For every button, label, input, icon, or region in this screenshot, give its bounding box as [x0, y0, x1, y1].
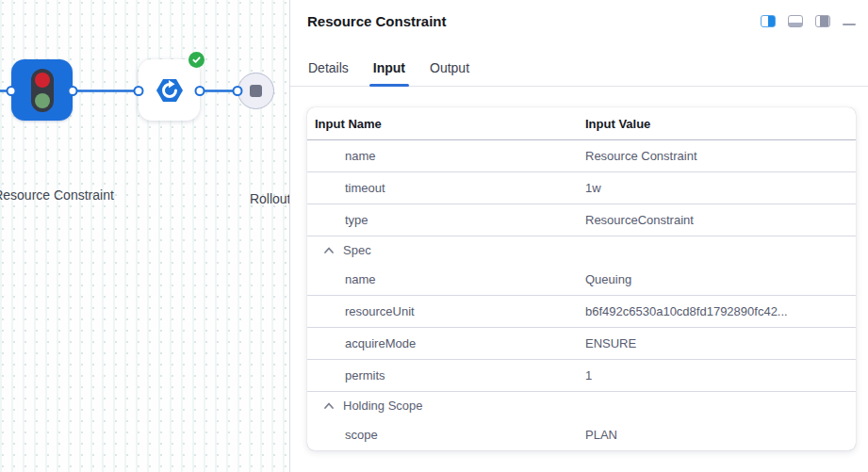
row-value: 1: [585, 368, 856, 382]
table-row: nameResource Constraint: [307, 140, 856, 172]
input-table-header: Input Name Input Value: [307, 107, 856, 140]
row-value: ENSURE: [585, 336, 856, 350]
row-label: name: [307, 149, 376, 163]
row-label: resourceUnit: [307, 304, 415, 318]
panel-header: Resource Constraint: [290, 0, 868, 30]
row-value: b6f492c6530a10cd8fd1792890fc42...: [585, 304, 856, 318]
window-controls: [761, 13, 856, 27]
section-row: Spec: [307, 236, 856, 264]
traffic-light-red: [35, 73, 50, 88]
tab-bar: Details Input Output: [290, 60, 868, 87]
tab-input[interactable]: Input: [373, 60, 405, 86]
panel-title: Resource Constraint: [307, 13, 447, 30]
row-label: name: [307, 272, 376, 286]
row-label: Holding Scope: [343, 399, 423, 413]
row-value: PLAN: [585, 428, 856, 442]
row-label: timeout: [307, 181, 385, 195]
tab-details[interactable]: Details: [308, 60, 349, 86]
right-panel-layout-icon[interactable]: [815, 15, 830, 27]
node-end[interactable]: [237, 73, 274, 109]
chevron-up-icon[interactable]: [323, 400, 335, 412]
table-row: resourceUnitb6f492c6530a10cd8fd1792890fc…: [307, 296, 856, 328]
workflow-canvas[interactable]: Resource Constraint Rollout Deployment: [0, 0, 289, 472]
column-header-input-name: Input Name: [307, 117, 585, 131]
row-label: type: [307, 213, 368, 227]
tab-output[interactable]: Output: [430, 60, 469, 86]
row-value: Resource Constraint: [585, 149, 856, 163]
table-row: timeout1w: [307, 172, 856, 204]
details-panel: Resource Constraint Details Input Output…: [289, 0, 868, 472]
table-row: permits1: [307, 360, 856, 392]
bottom-panel-layout-icon[interactable]: [788, 15, 803, 27]
row-label: scope: [307, 428, 378, 442]
check-badge-icon: [188, 52, 205, 68]
table-row: typeResourceConstraint: [307, 204, 856, 236]
node-rollout-deployment[interactable]: Rollout Deployment: [139, 59, 200, 121]
input-table-rows: nameResource Constrainttimeout1wtypeReso…: [307, 140, 856, 450]
input-table-card: Input Name Input Value nameResource Cons…: [307, 107, 856, 450]
panel-body: Input Name Input Value nameResource Cons…: [290, 87, 868, 450]
table-row: scopePLAN: [307, 419, 856, 450]
column-header-input-value: Input Value: [585, 117, 856, 131]
row-label: permits: [307, 368, 385, 382]
chevron-up-icon[interactable]: [323, 245, 335, 256]
traffic-light-icon: [31, 69, 54, 112]
row-value: 1w: [585, 181, 856, 195]
row-label: Spec: [343, 243, 371, 257]
rollout-hexagon-icon: [155, 75, 185, 106]
row-value: ResourceConstraint: [585, 213, 856, 227]
table-row: nameQueuing: [307, 264, 856, 296]
stop-square-icon: [250, 85, 262, 97]
table-row: acquireModeENSURE: [307, 328, 856, 360]
node-resource-constraint[interactable]: Resource Constraint: [11, 59, 73, 121]
row-value: Queuing: [585, 272, 856, 286]
node-label: Resource Constraint: [0, 185, 116, 205]
row-label: acquireMode: [307, 336, 416, 350]
workflow-app: Resource Constraint Rollout Deployment: [0, 0, 868, 472]
split-right-layout-icon[interactable]: [761, 15, 776, 27]
traffic-light-green: [35, 93, 50, 108]
section-row: Holding Scope: [307, 392, 856, 419]
minimize-icon[interactable]: [843, 24, 856, 25]
